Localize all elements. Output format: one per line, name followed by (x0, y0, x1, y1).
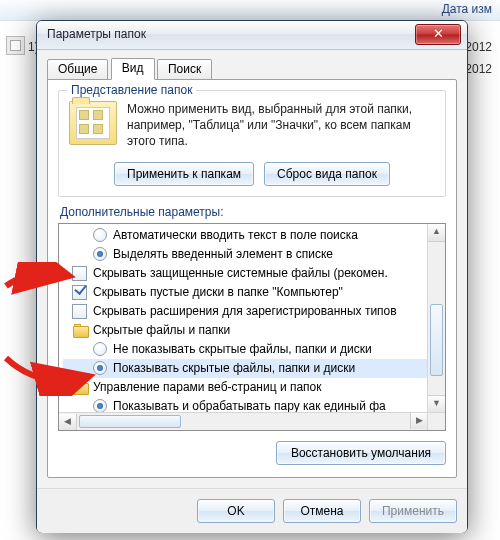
radio[interactable] (93, 228, 107, 242)
list-item-label: Показывать скрытые файлы, папки и диски (107, 361, 355, 375)
advanced-settings-label: Дополнительные параметры: (60, 205, 446, 219)
horizontal-scrollbar[interactable]: ◀ ▶ (59, 412, 428, 430)
radio[interactable] (93, 399, 107, 413)
dialog-title: Параметры папок (47, 27, 146, 41)
ok-button[interactable]: OK (197, 499, 275, 523)
folder-icon (73, 324, 87, 336)
list-item-label: Автоматически вводить текст в поле поиск… (107, 228, 358, 242)
folder-icon (73, 381, 87, 393)
vscroll-thumb[interactable] (430, 304, 443, 376)
list-item[interactable]: Показывать скрытые файлы, папки и диски (63, 359, 428, 378)
radio[interactable] (93, 342, 107, 356)
list-item-label: Выделять введенный элемент в списке (107, 247, 333, 261)
list-item[interactable]: Управление парами веб-страниц и папок (63, 378, 428, 397)
close-button[interactable]: ✕ (415, 24, 461, 45)
checkbox[interactable] (72, 266, 87, 281)
background-header: Дата изм (0, 0, 500, 21)
cancel-button[interactable]: Отмена (283, 499, 361, 523)
list-item-label: Скрывать расширения для зарегистрированн… (87, 304, 397, 318)
list-item[interactable]: Скрытые файлы и папки (63, 321, 428, 340)
checkbox[interactable] (72, 285, 87, 300)
reset-folders-button[interactable]: Сброс вида папок (264, 162, 390, 186)
restore-defaults-button[interactable]: Восстановить умолчания (276, 441, 446, 465)
list-viewport: Автоматически вводить текст в поле поиск… (59, 224, 428, 413)
scroll-right-button[interactable]: ▶ (410, 413, 428, 429)
tab-search[interactable]: Поиск (157, 59, 212, 80)
advanced-settings-list: Автоматически вводить текст в поле поиск… (58, 223, 446, 431)
dialog-action-bar: OK Отмена Применить (37, 488, 467, 533)
tab-view[interactable]: Вид (111, 58, 155, 80)
list-item-label: Скрывать защищенные системные файлы (рек… (87, 266, 388, 280)
list-item-label: Скрытые файлы и папки (87, 323, 230, 337)
scroll-down-button[interactable]: ▼ (428, 395, 445, 413)
list-item[interactable]: Скрывать расширения для зарегистрированн… (63, 302, 428, 321)
scroll-left-button[interactable]: ◀ (59, 414, 77, 430)
folder-views-title: Представление папок (67, 83, 196, 97)
list-item[interactable]: Скрывать защищенные системные файлы (рек… (63, 264, 428, 283)
list-item-label: Не показывать скрытые файлы, папки и дис… (107, 342, 372, 356)
list-item[interactable]: Скрывать пустые диски в папке "Компьютер… (63, 283, 428, 302)
vertical-scrollbar[interactable]: ▲ ▼ (427, 224, 445, 413)
list-item[interactable]: Показывать и обрабатывать пару как едины… (63, 397, 428, 413)
close-icon: ✕ (433, 26, 444, 41)
tab-general[interactable]: Общие (47, 59, 108, 80)
list-item-label: Скрывать пустые диски в папке "Компьютер… (87, 285, 343, 299)
radio[interactable] (93, 247, 107, 261)
list-item-label: Показывать и обрабатывать пару как едины… (107, 399, 386, 413)
checkbox[interactable] (72, 304, 87, 319)
tab-strip: Общие Вид Поиск (47, 58, 457, 80)
folder-preview-icon (69, 101, 117, 145)
folder-options-dialog: Параметры папок ✕ Общие Вид Поиск Предст… (36, 20, 468, 533)
radio[interactable] (93, 361, 107, 375)
list-item[interactable]: Выделять введенный элемент в списке (63, 245, 428, 264)
hscroll-thumb[interactable] (79, 415, 181, 428)
tab-panel-view: Представление папок Можно применить вид,… (47, 79, 457, 478)
apply-to-folders-button[interactable]: Применить к папкам (114, 162, 254, 186)
bg-column-date: Дата изм (442, 2, 492, 16)
bg-file-thumbnail (6, 36, 25, 55)
scroll-corner (427, 412, 445, 430)
list-item[interactable]: Автоматически вводить текст в поле поиск… (63, 226, 428, 245)
folder-views-desc: Можно применить вид, выбранный для этой … (127, 101, 435, 150)
scroll-up-button[interactable]: ▲ (428, 224, 445, 242)
folder-views-group: Представление папок Можно применить вид,… (58, 90, 446, 197)
apply-button[interactable]: Применить (369, 499, 457, 523)
titlebar[interactable]: Параметры папок ✕ (37, 21, 467, 50)
list-item[interactable]: Не показывать скрытые файлы, папки и дис… (63, 340, 428, 359)
list-item-label: Управление парами веб-страниц и папок (87, 380, 322, 394)
